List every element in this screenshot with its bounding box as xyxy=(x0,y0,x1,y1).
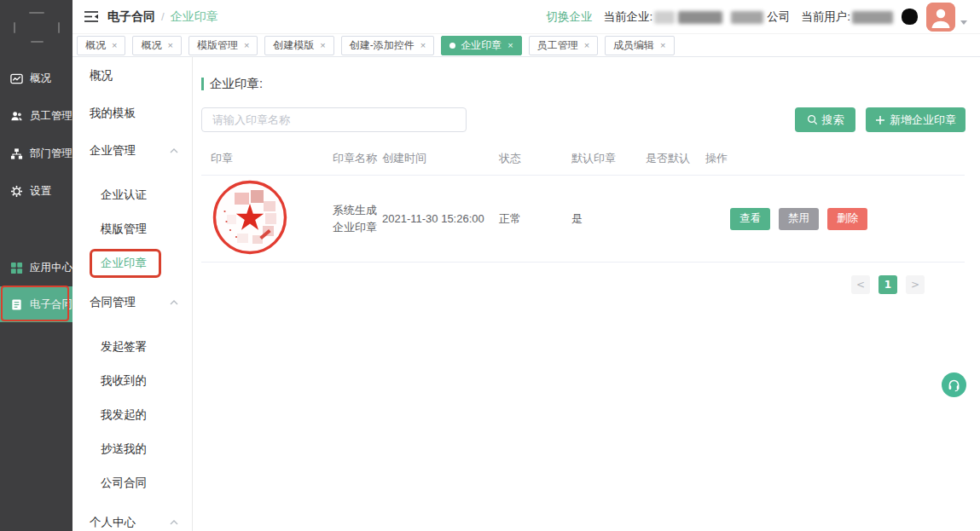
sidebar-item-label: 电子合同 xyxy=(30,297,72,312)
submenu-enterprise-children: 企业认证 模版管理 企业印章 xyxy=(72,170,192,284)
prev-page-button[interactable]: < xyxy=(851,275,870,294)
close-icon[interactable]: × xyxy=(507,40,513,50)
submenu-label: 企业认证 xyxy=(101,188,147,203)
redacted-badge xyxy=(902,9,918,25)
current-company-suffix: 公司 xyxy=(767,9,790,25)
headset-icon xyxy=(947,378,961,392)
avatar[interactable] xyxy=(926,3,955,32)
table-row: 系统生成企业印章 2021-11-30 15:26:00 正常 是 查看 禁用 … xyxy=(201,176,965,262)
submenu-initiate-sign[interactable]: 发起签署 xyxy=(72,330,192,364)
submenu-label: 模版管理 xyxy=(101,222,147,237)
col-seal: 印章 xyxy=(201,151,333,166)
sidebar-item-label: 部门管理 xyxy=(30,147,72,161)
submenu-label: 我发起的 xyxy=(101,407,147,423)
tab-create-template[interactable]: 创建模版× xyxy=(264,36,333,55)
toggle-knob xyxy=(651,214,664,227)
tab-label: 员工管理 xyxy=(537,38,578,53)
view-button[interactable]: 查看 xyxy=(730,208,770,230)
col-status: 状态 xyxy=(499,151,571,166)
table-header: 印章 印章名称 创建时间 状态 默认印章 是否默认 操作 xyxy=(201,145,965,172)
submenu-enterprise-seal[interactable]: 企业印章 xyxy=(72,246,192,280)
submenu-group-contract[interactable]: 合同管理 xyxy=(72,284,192,321)
disable-button[interactable]: 禁用 xyxy=(779,208,819,230)
customer-service-button[interactable] xyxy=(942,372,966,397)
collapse-menu-icon[interactable] xyxy=(84,10,99,23)
close-icon[interactable]: × xyxy=(320,40,325,50)
sidebar-item-employees[interactable]: 员工管理 xyxy=(0,97,72,135)
sidebar-item-label: 员工管理 xyxy=(30,109,72,124)
submenu-received[interactable]: 我收到的 xyxy=(72,364,192,398)
tab-label: 模版管理 xyxy=(197,38,238,53)
submenu-cc-me[interactable]: 抄送我的 xyxy=(72,432,192,466)
breadcrumb-root[interactable]: 电子合同 xyxy=(107,9,155,25)
close-icon[interactable]: × xyxy=(244,40,249,50)
tab-label: 概况 xyxy=(141,38,161,53)
people-icon xyxy=(10,110,23,123)
tab-member-edit[interactable]: 成员编辑× xyxy=(605,36,674,55)
submenu-overview[interactable]: 概况 xyxy=(72,57,192,95)
submenu-my-templates[interactable]: 我的模板 xyxy=(72,95,192,132)
seal-created-at: 2021-11-30 15:26:00 xyxy=(382,212,499,225)
contract-icon xyxy=(10,298,23,311)
close-icon[interactable]: × xyxy=(584,40,589,50)
tab-template-mgmt[interactable]: 模版管理× xyxy=(188,36,258,55)
submenu-template-mgmt[interactable]: 模版管理 xyxy=(72,212,192,246)
add-seal-button[interactable]: 新增企业印章 xyxy=(866,107,966,132)
sidebar-item-settings[interactable]: 设置 xyxy=(0,172,72,210)
submenu-label: 个人中心 xyxy=(90,515,136,530)
submenu-label: 企业管理 xyxy=(90,143,136,159)
submenu-label: 企业印章 xyxy=(101,256,147,271)
close-icon[interactable]: × xyxy=(660,40,665,50)
tab-overview-1[interactable]: 概况× xyxy=(77,36,125,55)
company-seal-image xyxy=(212,245,288,258)
col-is-default: 是否默认 xyxy=(646,151,705,166)
submenu-group-enterprise[interactable]: 企业管理 xyxy=(72,132,192,170)
topbar: 电子合同 / 企业印章 切换企业 当前企业: 公司 当前用户: xyxy=(72,0,980,34)
tab-label: 企业印章 xyxy=(461,38,502,53)
tab-create-add-control[interactable]: 创建-添加控件× xyxy=(341,36,434,55)
chart-icon xyxy=(10,72,23,85)
org-icon xyxy=(10,147,23,160)
tab-employee-mgmt[interactable]: 员工管理× xyxy=(529,36,598,55)
search-button-label: 搜索 xyxy=(822,113,844,128)
submenu-contract-children: 发起签署 我收到的 我发起的 抄送我的 公司合同 xyxy=(72,321,192,504)
breadcrumb: 电子合同 / 企业印章 xyxy=(99,9,218,25)
add-seal-button-label: 新增企业印章 xyxy=(890,113,956,128)
current-company-label: 当前企业: xyxy=(603,9,652,25)
sidebar-item-app-center[interactable]: 应用中心 xyxy=(0,249,72,286)
seal-name-input[interactable] xyxy=(201,107,467,132)
submenu-initiated[interactable]: 我发起的 xyxy=(72,398,192,432)
primary-sidebar: 概况 员工管理 部门管理 设置 应用中心 电子合同 xyxy=(0,0,72,531)
page: 概况 员工管理 部门管理 设置 应用中心 电子合同 概况 我的模板 企业管理 xyxy=(0,0,980,531)
tab-overview-2[interactable]: 概况× xyxy=(132,36,181,55)
title-accent-bar xyxy=(201,78,204,90)
submenu-label: 我收到的 xyxy=(101,373,147,389)
breadcrumb-current: 企业印章 xyxy=(171,9,218,25)
pagination: < 1 > xyxy=(851,275,925,294)
page-1-button[interactable]: 1 xyxy=(879,275,897,294)
submenu-company-contracts[interactable]: 公司合同 xyxy=(72,466,192,500)
sidebar-item-departments[interactable]: 部门管理 xyxy=(0,135,72,172)
tab-enterprise-seal[interactable]: 企业印章× xyxy=(441,36,521,55)
submenu-label: 我的模板 xyxy=(90,106,136,121)
close-icon[interactable]: × xyxy=(420,40,426,50)
delete-button[interactable]: 删除 xyxy=(827,208,867,230)
chevron-down-icon[interactable] xyxy=(960,20,967,25)
submenu-label: 抄送我的 xyxy=(101,442,147,457)
submenu-label: 公司合同 xyxy=(101,476,147,491)
app-logo xyxy=(0,0,72,55)
search-button[interactable]: 搜索 xyxy=(795,107,855,132)
next-page-button[interactable]: > xyxy=(906,275,925,294)
user-avatar-icon xyxy=(926,3,955,32)
submenu-enterprise-auth[interactable]: 企业认证 xyxy=(72,178,192,212)
section-title: 企业印章: xyxy=(201,76,263,92)
switch-company-link[interactable]: 切换企业 xyxy=(546,9,592,25)
close-icon[interactable]: × xyxy=(167,40,172,50)
sidebar-item-e-contract[interactable]: 电子合同 xyxy=(0,286,72,322)
close-icon[interactable]: × xyxy=(112,40,117,50)
tab-label: 创建模版 xyxy=(273,38,314,53)
tabbar: 概况× 概况× 模版管理× 创建模版× 创建-添加控件× 企业印章× 员工管理×… xyxy=(72,34,980,57)
chevron-up-icon xyxy=(170,520,178,525)
sidebar-item-overview[interactable]: 概况 xyxy=(0,60,72,97)
submenu-group-personal[interactable]: 个人中心 xyxy=(72,504,192,531)
